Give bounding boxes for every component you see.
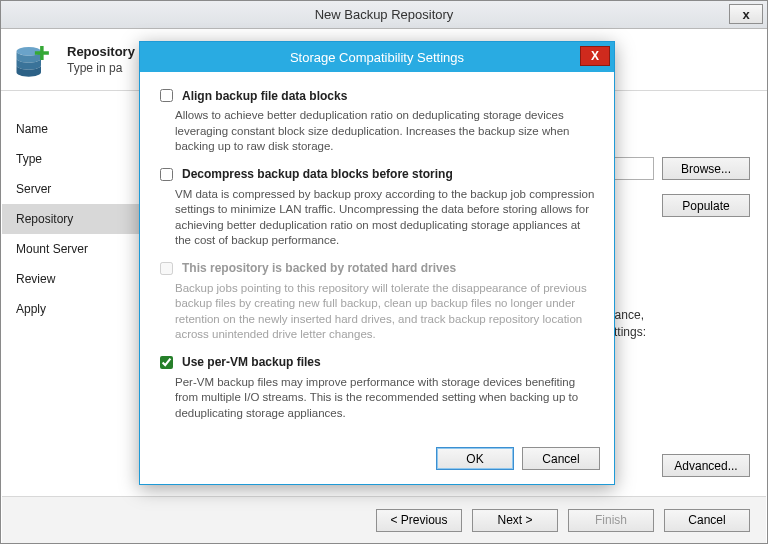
dialog-footer: OK Cancel	[140, 443, 614, 484]
option-rotated: This repository is backed by rotated har…	[156, 259, 598, 343]
option-decompress-label: Decompress backup data blocks before sto…	[182, 167, 453, 181]
close-icon: x	[742, 7, 749, 22]
option-align-label: Align backup file data blocks	[182, 89, 347, 103]
dialog-titlebar: Storage Compatibility Settings X	[140, 42, 614, 72]
wizard-close-button[interactable]: x	[729, 4, 763, 24]
dialog-close-button[interactable]: X	[580, 46, 610, 66]
option-pervm-desc: Per-VM backup files may improve performa…	[175, 375, 598, 422]
option-decompress-head[interactable]: Decompress backup data blocks before sto…	[156, 165, 598, 184]
advanced-button[interactable]: Advanced...	[662, 454, 750, 477]
repository-icon	[13, 39, 55, 81]
populate-button[interactable]: Populate	[662, 194, 750, 217]
wizard-title: New Backup Repository	[1, 7, 767, 22]
option-pervm-checkbox[interactable]	[160, 356, 173, 369]
wizard-titlebar: New Backup Repository x	[1, 1, 767, 29]
wizard-footer: < Previous Next > Finish Cancel	[2, 496, 766, 543]
dialog-ok-button[interactable]: OK	[436, 447, 514, 470]
option-rotated-label: This repository is backed by rotated har…	[182, 261, 456, 275]
option-align-desc: Allows to achieve better deduplication r…	[175, 108, 598, 155]
option-pervm-head[interactable]: Use per-VM backup files	[156, 353, 598, 372]
wizard-header-text: Repository Type in pa	[67, 44, 135, 75]
option-pervm-label: Use per-VM backup files	[182, 355, 321, 369]
option-align: Align backup file data blocks Allows to …	[156, 86, 598, 155]
dialog-body: Align backup file data blocks Allows to …	[140, 72, 614, 443]
next-button[interactable]: Next >	[472, 509, 558, 532]
option-decompress-checkbox[interactable]	[160, 168, 173, 181]
option-align-checkbox[interactable]	[160, 89, 173, 102]
dialog-cancel-button[interactable]: Cancel	[522, 447, 600, 470]
previous-button[interactable]: < Previous	[376, 509, 462, 532]
browse-button[interactable]: Browse...	[662, 157, 750, 180]
option-decompress-desc: VM data is compressed by backup proxy ac…	[175, 187, 598, 249]
page-subtitle: Type in pa	[67, 61, 135, 75]
dialog-title: Storage Compatibility Settings	[140, 50, 614, 65]
option-align-head[interactable]: Align backup file data blocks	[156, 86, 598, 105]
option-decompress: Decompress backup data blocks before sto…	[156, 165, 598, 249]
storage-compatibility-dialog: Storage Compatibility Settings X Align b…	[139, 41, 615, 485]
cancel-button[interactable]: Cancel	[664, 509, 750, 532]
option-rotated-head: This repository is backed by rotated har…	[156, 259, 598, 278]
finish-button: Finish	[568, 509, 654, 532]
wizard-window: New Backup Repository x Repository Type …	[0, 0, 768, 544]
page-title: Repository	[67, 44, 135, 59]
option-pervm: Use per-VM backup files Per-VM backup fi…	[156, 353, 598, 422]
option-rotated-checkbox	[160, 262, 173, 275]
option-rotated-desc: Backup jobs pointing to this repository …	[175, 281, 598, 343]
close-icon: X	[591, 49, 599, 63]
svg-rect-2	[35, 51, 49, 55]
